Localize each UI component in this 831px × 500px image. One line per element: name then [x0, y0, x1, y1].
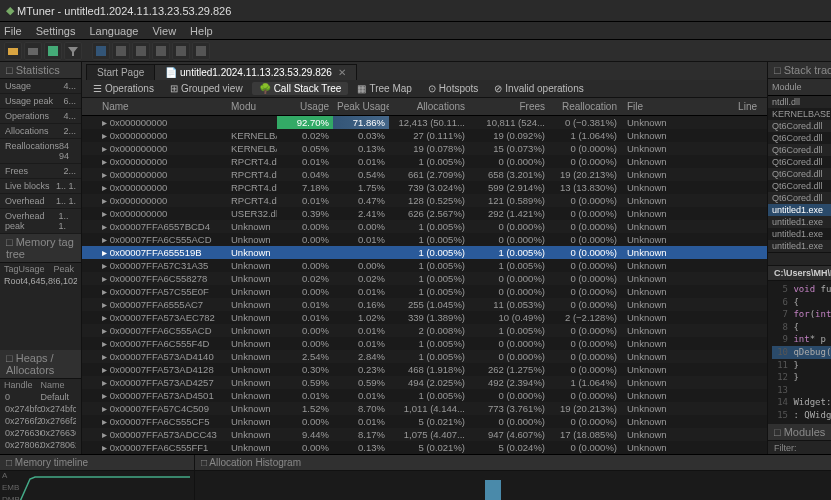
stack-row[interactable]: ntdll.dll 0x000F0BFD Unknown 0 Unknown [768, 96, 831, 108]
table-row[interactable]: ▸ 0x00007FFA655519B Unknown 1 (0.005%) 1… [82, 246, 767, 259]
tab-active-file[interactable]: 📄 untitled1.2024.11.13.23.53.29.826✕ [154, 64, 357, 80]
stack-row[interactable]: Qt6Cored.dll 0x0007C21E Unknown 0 Unknow… [768, 192, 831, 204]
svg-rect-6 [196, 46, 206, 56]
table-row[interactable]: ▸ 0x00007FFA573AD4140 Unknown 2.54%2.84%… [82, 350, 767, 363]
stack-row[interactable]: Qt6Cored.dll 0x000F7492 Unknown 0 Unknow… [768, 144, 831, 156]
svg-rect-2 [116, 46, 126, 56]
heap-row[interactable]: 0x2766f210...0x2766f210... [0, 415, 81, 427]
view-hotspots[interactable]: ⊙ Hotspots [421, 82, 485, 95]
stack-row[interactable]: Qt6Cored.dll 0x000F8489 Unknown 0 Unknow… [768, 180, 831, 192]
table-row[interactable]: ▸ 0x00007FFA6C555ACD Unknown 0.00%0.01% … [82, 324, 767, 337]
app-name: MTuner [17, 5, 55, 17]
heaps-header: □ Heaps / Allocators [0, 350, 81, 379]
menu-file[interactable]: File [4, 25, 22, 37]
view-grouped[interactable]: ⊞ Grouped view [163, 82, 250, 95]
table-row[interactable]: ▸ 0x000000000 RPCRT4.dll 0.01%0.47% 128 … [82, 194, 767, 207]
stack-row[interactable]: Qt6Cored.dll 0x000F8791 Unknown 0 Unknow… [768, 168, 831, 180]
table-row[interactable]: ▸ 0x00007FFA57C55E0F Unknown 0.00%0.01% … [82, 285, 767, 298]
table-row[interactable]: ▸ 0x00007FFA57C31A35 Unknown 0.00%0.00% … [82, 259, 767, 272]
memory-timeline-graph[interactable]: A EMB DMB ▶ by MTun [0, 471, 194, 500]
app-icon: ◆ [6, 4, 14, 17]
tagtree-row[interactable]: Root 4,645,89... 6,102... [0, 275, 81, 287]
statistics-header: □ Statistics [0, 62, 81, 79]
menu-view[interactable]: View [152, 25, 176, 37]
table-row[interactable]: ▸ 0x00007FFA6557BCD4 Unknown 0.00%0.00% … [82, 220, 767, 233]
modules-header: □ Modules [768, 424, 831, 441]
heap-row[interactable]: 0x276636e0...0x276636e0 [0, 427, 81, 439]
view-treemap[interactable]: ▦ Tree Map [350, 82, 418, 95]
heap-row[interactable]: 0x276820a0...0x276820a0 [0, 451, 81, 454]
table-row[interactable]: ▸ 0x000000000 KERNELBA 0.05%0.13% 19 (0.… [82, 142, 767, 155]
stat-row: Operations4... [0, 109, 81, 124]
table-row[interactable]: ▸ 0x000000000 KERNELBA 0.02%0.03% 27 (0.… [82, 129, 767, 142]
stat-row: Overhead peak1.. 1. [0, 209, 81, 234]
svg-rect-5 [176, 46, 186, 56]
menu-bar: File Settings Language View Help [0, 22, 831, 40]
stat-row: Frees2... [0, 164, 81, 179]
tool-icon-1[interactable] [92, 42, 110, 60]
heap-row[interactable]: 0x278062a0...0x278062a0 [0, 439, 81, 451]
menu-settings[interactable]: Settings [36, 25, 76, 37]
close-icon[interactable]: ✕ [338, 67, 346, 78]
table-row[interactable]: ▸ 0x00007FFA57C4C509 Unknown 1.52%8.70% … [82, 402, 767, 415]
table-row[interactable]: ▸ 0x00007FFA6C555F4D Unknown 0.00%0.01% … [82, 337, 767, 350]
histogram-graph[interactable]: <81632641282565121k2k4k8k16k32k64k128k25… [195, 471, 831, 500]
stack-row[interactable]: untitled1.exe static int qtEntryPoint() … [768, 240, 831, 252]
stat-row: Live blocks1.. 1. [0, 179, 81, 194]
menu-language[interactable]: Language [89, 25, 138, 37]
stack-row[interactable]: Qt6Cored.dll 0x0000C0FF Unknown 0 Unknow… [768, 156, 831, 168]
stack-row[interactable]: KERNELBASE.dll 0x00059F88 Unknown 0 Unkn… [768, 108, 831, 120]
tool-icon-5[interactable] [172, 42, 190, 60]
table-row[interactable]: ▸ 0x00007FFA6C555FF1 Unknown 0.00%0.13% … [82, 441, 767, 454]
svg-rect-0 [48, 46, 58, 56]
window-title: untitled1.2024.11.13.23.53.29.826 [64, 5, 231, 17]
open-icon[interactable] [4, 42, 22, 60]
table-row[interactable]: ▸ 0x00007FFA573AD4501 Unknown 0.01%0.01%… [82, 389, 767, 402]
table-row[interactable]: ▸ 0x000000000 RPCRT4.dll 0.04%0.54% 661 … [82, 168, 767, 181]
view-callstack[interactable]: 🌳 Call Stack Tree [252, 82, 349, 95]
menu-help[interactable]: Help [190, 25, 213, 37]
table-row[interactable]: ▸ 0x00007FFA573AD4128 Unknown 0.30%0.23%… [82, 363, 767, 376]
table-row[interactable]: ▸ 0x000000000 RPCRT4.dll 7.18%1.75% 739 … [82, 181, 767, 194]
stack-row[interactable]: Qt6Cored.dll 0x000FC373 Unknown 0 Unknow… [768, 132, 831, 144]
stack-row[interactable]: untitled1.exe main widget.cpp 8 C:... [768, 228, 831, 240]
table-row[interactable]: ▸ 0x00007FFA6C555ACD Unknown 0.00%0.01% … [82, 233, 767, 246]
tool-icon-4[interactable] [152, 42, 170, 60]
svg-rect-3 [136, 46, 146, 56]
stack-nav[interactable]: Stack trace: < 1 > of 8 [768, 252, 831, 265]
tool-icon-3[interactable] [132, 42, 150, 60]
modules-filter[interactable]: Filter: [768, 441, 831, 454]
heap-row[interactable]: 0x274bfce00x274bfce0 [0, 403, 81, 415]
table-row[interactable]: ▸ 0x000000000 USER32.dll 0.39%2.41% 626 … [82, 207, 767, 220]
stack-row[interactable]: untitled1.exe void fun(void) widget.cpp … [768, 204, 831, 216]
table-row[interactable]: ▸ 0x00007FFA6C558278 Unknown 0.02%0.02% … [82, 272, 767, 285]
stack-row[interactable]: untitled1.exe Widget::Widget(class QWidg… [768, 216, 831, 228]
tool-icon-6[interactable] [192, 42, 210, 60]
table-row[interactable]: ▸ 0x00007FFA6C555CF5 Unknown 0.00%0.01% … [82, 415, 767, 428]
filter-icon[interactable] [64, 42, 82, 60]
tool-icon-2[interactable] [112, 42, 130, 60]
close-file-icon[interactable] [24, 42, 42, 60]
view-operations[interactable]: ☰ Operations [86, 82, 161, 95]
heap-row[interactable]: 0Default [0, 391, 81, 403]
view-invalid[interactable]: ⊘ Invalid operations [487, 82, 590, 95]
save-icon[interactable] [44, 42, 62, 60]
table-row[interactable]: ▸ 0x00007FFA6555AC7 Unknown 0.01%0.16% 2… [82, 298, 767, 311]
toolbar [0, 40, 831, 62]
svg-rect-4 [156, 46, 166, 56]
tagtree-header: □ Memory tag tree [0, 234, 81, 263]
stack-row[interactable]: Qt6Cored.dll 0x000EFC18C Unknown 0 Unkno… [768, 120, 831, 132]
stat-row: Usage4... [0, 79, 81, 94]
histogram-header: □ Allocation Histogram [195, 455, 831, 471]
table-header: Name Modu Usage Peak Usage Allocations F… [82, 98, 767, 116]
table-row[interactable]: ▸ 0x00007FFA573AEC782 Unknown 0.01%1.02%… [82, 311, 767, 324]
memory-timeline-header: □ Memory timeline [0, 455, 194, 471]
table-row[interactable]: ▸ 0x00007FFA573AD4257 Unknown 0.59%0.59%… [82, 376, 767, 389]
table-row[interactable]: ▸ 0x000000000 RPCRT4.dll 0.01%0.01% 1 (0… [82, 155, 767, 168]
table-row[interactable]: ▸ 0x000000000 92.70%71.86% 12,413 (50.11… [82, 116, 767, 129]
table-row[interactable]: ▸ 0x00007FFA573ADCC43 Unknown 9.44%8.17%… [82, 428, 767, 441]
stack-trace-header: □ Stack trace [768, 62, 831, 79]
stat-row: Usage peak6... [0, 94, 81, 109]
tab-start-page[interactable]: Start Page [86, 64, 155, 80]
window-titlebar: ◆ MTuner - untitled1.2024.11.13.23.53.29… [0, 0, 831, 22]
